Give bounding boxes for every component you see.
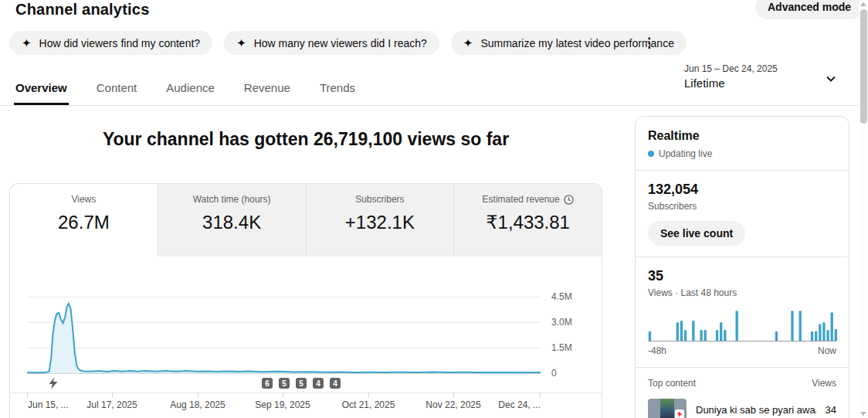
- x-axis-tick: [540, 393, 541, 397]
- scroll-down-arrow-icon[interactable]: [860, 412, 866, 416]
- x-tick-label: Jul 17, 2025: [86, 399, 137, 410]
- x-axis-tick: [283, 393, 283, 397]
- sparkle-icon: ✦: [463, 37, 473, 49]
- chip-label: How many new viewers did I reach?: [254, 37, 427, 49]
- date-range-selector[interactable]: Jun 15 – Dec 24, 2025 Lifetime: [684, 63, 846, 90]
- shorts-upload-marker-icon[interactable]: [47, 377, 59, 389]
- x-tick-label: Oct 21, 2025: [342, 399, 395, 410]
- metric-value: 318.4K: [202, 212, 261, 233]
- realtime-card: Realtime Updating live 132,054 Subscribe…: [635, 116, 849, 418]
- see-live-count-button[interactable]: See live count: [648, 221, 745, 246]
- tab-trends[interactable]: Trends: [318, 70, 357, 105]
- metric-value: ₹1,433.81: [486, 212, 570, 233]
- y-tick-label: 3.0M: [551, 317, 572, 328]
- metric-label: Estimated revenue: [483, 194, 560, 205]
- y-tick-label: 1.5M: [551, 342, 572, 353]
- chevron-down-icon[interactable]: [823, 71, 839, 87]
- x-axis-tick: [112, 393, 113, 397]
- views-headline: Your channel has gotten 26,719,100 views…: [9, 129, 602, 150]
- metric-card-estimated-revenue[interactable]: Estimated revenue ₹1,433.81: [453, 184, 602, 257]
- metric-card-watch-time[interactable]: Watch time (hours) 318.4K: [158, 184, 306, 257]
- x-axis-tick: [198, 393, 198, 397]
- realtime-title: Realtime: [648, 129, 836, 143]
- metric-cards-row: Views 26.7M Watch time (hours) 318.4K Su…: [10, 184, 602, 257]
- metric-card-subscribers[interactable]: Subscribers +132.1K: [306, 184, 454, 257]
- video-thumbnail[interactable]: [648, 399, 687, 418]
- sparkle-icon: ✦: [236, 37, 246, 49]
- top-content-header: Top content: [648, 378, 696, 389]
- live-dot-icon: [648, 151, 654, 157]
- realtime-subscriber-count: 132,054: [648, 182, 836, 198]
- video-title[interactable]: Duniya ki sab se pyari awaa...: [696, 404, 816, 416]
- date-preset-text: Lifetime: [684, 76, 846, 90]
- metric-value: 26.7M: [58, 212, 110, 233]
- sparkle-icon: ✦: [22, 37, 32, 49]
- advanced-mode-button[interactable]: Advanced mode: [755, 0, 863, 19]
- vertical-scrollbar[interactable]: [859, 0, 868, 418]
- x-axis-tick: [27, 393, 28, 397]
- tab-revenue[interactable]: Revenue: [242, 70, 292, 105]
- views-column-header: Views: [812, 378, 836, 389]
- x-axis-tick: [453, 393, 454, 397]
- realtime-views-label: Views · Last 48 hours: [648, 287, 836, 298]
- page-title: Channel analytics: [15, 1, 149, 19]
- divider: [636, 170, 849, 171]
- chip-new-viewers-reach[interactable]: ✦ How many new viewers did I reach?: [224, 31, 439, 55]
- video-views: 34: [826, 404, 836, 416]
- tab-content[interactable]: Content: [95, 70, 139, 105]
- upload-count-badge[interactable]: 4: [330, 378, 341, 389]
- ai-suggestion-chips: ✦ How did viewers find my content? ✦ How…: [9, 31, 687, 55]
- metric-label: Subscribers: [355, 194, 404, 205]
- scrollbar-thumb[interactable]: [860, 9, 867, 124]
- views-area-chart[interactable]: [27, 287, 541, 375]
- axis-start-label: -48h: [648, 345, 666, 356]
- date-range-text: Jun 15 – Dec 24, 2025: [684, 63, 846, 74]
- divider: [636, 257, 849, 257]
- chip-how-did-viewers-find[interactable]: ✦ How did viewers find my content?: [9, 31, 212, 55]
- realtime-baseline: [648, 341, 836, 342]
- y-tick-label: 4.5M: [551, 291, 572, 302]
- divider: [636, 367, 849, 368]
- channel-analytics-page: Channel analytics Advanced mode ✦ How di…: [0, 0, 868, 418]
- tab-overview[interactable]: Overview: [14, 70, 69, 105]
- x-tick-label: Nov 22, 2025: [426, 399, 480, 410]
- x-tick-label: Jun 15, ...: [28, 399, 69, 410]
- metric-value: +132.1K: [345, 212, 415, 233]
- scroll-up-arrow-icon[interactable]: [860, 2, 866, 6]
- x-tick-label: Dec 24, ...: [498, 399, 541, 410]
- x-axis-line: [10, 393, 602, 393]
- x-tick-label: Sep 19, 2025: [255, 399, 310, 410]
- metric-label: Views: [71, 194, 96, 205]
- upload-count-badge[interactable]: 4: [313, 378, 324, 389]
- x-tick-label: Aug 18, 2025: [170, 399, 225, 410]
- tab-audience[interactable]: Audience: [164, 70, 216, 105]
- upload-count-badge[interactable]: 5: [296, 378, 307, 389]
- realtime-bar-chart[interactable]: [648, 306, 838, 342]
- x-axis-tick: [368, 393, 369, 397]
- upload-count-badge[interactable]: 6: [262, 378, 273, 389]
- upload-count-badge[interactable]: 5: [279, 378, 290, 389]
- metric-card-views[interactable]: Views 26.7M: [10, 184, 158, 257]
- chip-label: How did viewers find my content?: [39, 37, 201, 49]
- metric-label: Watch time (hours): [193, 194, 271, 205]
- clock-icon: [564, 195, 574, 205]
- y-tick-label: 0: [551, 368, 557, 379]
- realtime-subscribers-label: Subscribers: [648, 201, 836, 212]
- axis-end-label: Now: [818, 345, 836, 356]
- realtime-views-value: 35: [648, 268, 836, 284]
- updating-live-text: Updating live: [659, 148, 712, 159]
- top-content-row[interactable]: Duniya ki sab se pyari awaa... 34: [648, 399, 836, 418]
- more-options-kebab-icon[interactable]: ⋮: [638, 33, 660, 53]
